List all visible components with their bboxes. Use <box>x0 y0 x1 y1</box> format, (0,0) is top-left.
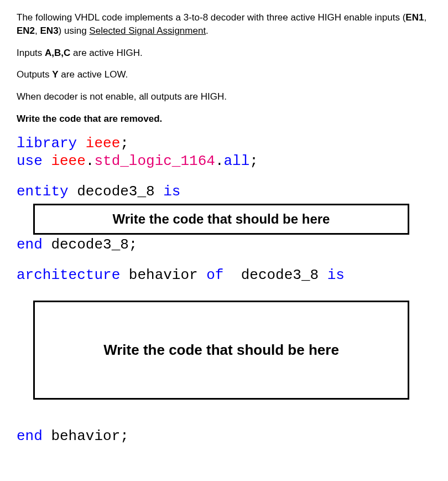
id-decode-1: decode3_8 <box>69 183 164 200</box>
punct-dot-1: . <box>86 153 95 169</box>
punct-semi-4: ; <box>120 428 129 444</box>
abc: A,B,C <box>45 48 70 58</box>
kw-is-2: is <box>327 267 345 283</box>
en3: EN3 <box>40 25 59 36</box>
id-stdlogic: std_logic_1164 <box>94 153 215 169</box>
placeholder-box-large: Write the code that should be here <box>33 301 409 400</box>
kw-all: all <box>223 153 249 169</box>
kw-use: use <box>17 153 43 169</box>
paragraph-4: When decoder is not enable, all outputs … <box>17 90 431 104</box>
line-library: library ieee; <box>17 135 431 153</box>
id-decode-3: decode3_8 <box>223 267 327 283</box>
p3-end: are active LOW. <box>59 69 128 80</box>
p2-end: are active HIGH. <box>70 48 142 58</box>
kw-architecture: architecture <box>17 267 120 283</box>
id-ieee: ieee <box>77 135 120 152</box>
link-text: Selected Signal Assignment <box>89 25 206 36</box>
p3-pre: Outputs <box>17 69 52 80</box>
kw-of: of <box>206 267 223 283</box>
kw-end-2: end <box>17 428 43 444</box>
p1-pre: The following VHDL code implements a 3-t… <box>17 12 405 23</box>
en2: EN2 <box>17 25 35 36</box>
kw-is-1: is <box>163 183 180 200</box>
p2-pre: Inputs <box>17 48 45 58</box>
code-block: library ieee; use ieee.std_logic_1164.al… <box>17 135 431 446</box>
punct-semi-2: ; <box>249 153 258 169</box>
line-use: use ieee.std_logic_1164.all; <box>17 152 431 170</box>
id-behavior-2: behavior <box>43 428 120 444</box>
line-architecture: architecture behavior of decode3_8 is <box>17 266 431 285</box>
id-decode-2: decode3_8 <box>43 236 129 253</box>
punct-semi-3: ; <box>129 236 138 253</box>
line-entity: entity decode3_8 is <box>17 183 431 201</box>
kw-entity: entity <box>17 183 69 200</box>
line-end-entity: end decode3_8; <box>17 236 431 254</box>
punct-semi-1: ; <box>120 135 129 152</box>
en1: EN1 <box>405 12 424 23</box>
paragraph-2: Inputs A,B,C are active HIGH. <box>17 46 431 60</box>
paragraph-5: Write the code that are removed. <box>17 112 431 126</box>
placeholder-box-small: Write the code that should be here <box>33 204 409 235</box>
punct-dot-2: . <box>215 153 224 169</box>
comma1: , <box>424 12 426 23</box>
paragraph-1: The following VHDL code implements a 3-t… <box>17 11 431 38</box>
id-behavior-1: behavior <box>120 267 206 283</box>
id-ieee2: ieee <box>43 153 86 169</box>
line-end-behavior: end behavior; <box>17 427 431 446</box>
paragraph-3: Outputs Y are active LOW. <box>17 68 431 81</box>
comma2: , <box>35 25 40 36</box>
p1-end: . <box>206 25 209 36</box>
kw-library: library <box>17 135 77 152</box>
kw-end-1: end <box>17 236 43 253</box>
y-label: Y <box>52 69 58 80</box>
p1-mid: ) using <box>59 25 90 36</box>
